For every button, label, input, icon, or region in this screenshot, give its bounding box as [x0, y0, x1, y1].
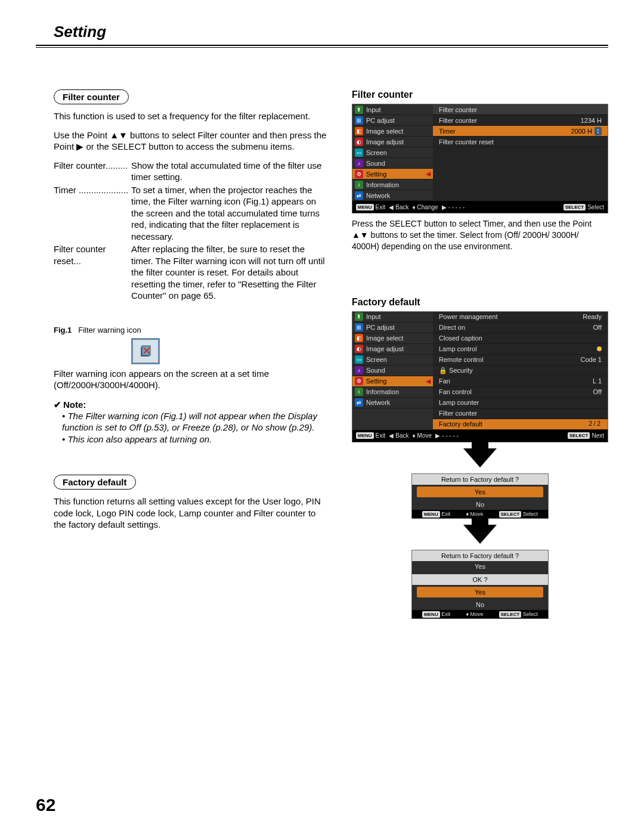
osd-factory-panel: ⬆Input ⊞PC adjust ◧Image select ◐Image a… [352, 311, 608, 442]
side-network[interactable]: ⇄Network [352, 190, 433, 201]
side-image-adjust[interactable]: ◐Image adjust [352, 344, 433, 355]
row-closed-caption[interactable]: Closed caption [433, 333, 608, 344]
arrow-down-icon [463, 448, 497, 467]
osd-footer-2: MENUExit ◀ Back ♦ Move ▶ - - - - - SELEC… [352, 430, 608, 442]
spinner-icon[interactable] [595, 127, 602, 135]
def-label: Filter counter reset... [54, 243, 131, 302]
side-input[interactable]: ⬆Input [352, 104, 433, 115]
side-image-select[interactable]: ◧Image select [352, 333, 433, 344]
note-heading: Note: [54, 400, 328, 410]
osd-side-menu-2: ⬆Input ⊞PC adjust ◧Image select ◐Image a… [352, 312, 433, 430]
dialog-no[interactable]: No [412, 499, 548, 510]
side-pc-adjust[interactable]: ⊞PC adjust [352, 115, 433, 126]
dialog-ok: OK ? [412, 574, 548, 585]
dialog-yes[interactable]: Yes [417, 587, 543, 597]
row-lamp-control[interactable]: Lamp control [433, 344, 608, 355]
pager: 2 / 2 [586, 420, 604, 428]
side-information[interactable]: iInformation [352, 387, 433, 398]
fig1-b: Fig.1 [54, 326, 72, 335]
side-network[interactable]: ⇄Network [352, 398, 433, 408]
def-text: To set a timer, when the projector reach… [131, 184, 328, 243]
osd-footer: MENUExit ◀ Back ♦ Change ▶ - - - - - SEL… [352, 201, 608, 213]
row-filter-counter[interactable]: Filter counter [433, 408, 608, 419]
side-information[interactable]: iInformation [352, 179, 433, 190]
title-rule-thin [36, 47, 608, 48]
def-label: Filter counter......... [54, 160, 131, 183]
side-sound[interactable]: ♪Sound [352, 158, 433, 169]
side-image-adjust[interactable]: ◐Image adjust [352, 137, 433, 147]
lock-icon: 🔒 [439, 367, 447, 374]
osd-filter-panel: ⬆Input ⊞PC adjust ◧Image select ◐Image a… [352, 104, 608, 213]
page-title: Setting [54, 23, 608, 41]
row-timer[interactable]: Timer 2000 H [433, 126, 608, 137]
side-setting[interactable]: ⚙Setting◀ [352, 376, 433, 387]
row-direct-on[interactable]: Direct onOff [433, 323, 608, 333]
osd-right-head: Filter counter [433, 104, 608, 115]
dialog-title: Return to Factory default ? [412, 474, 548, 485]
side-sound[interactable]: ♪Sound [352, 366, 433, 376]
row-factory-default[interactable]: Factory default [433, 419, 608, 430]
row-filter-counter[interactable]: Filter counter1234 H [433, 115, 608, 126]
note-2: This icon also appears at turning on. [62, 433, 328, 445]
row-fan[interactable]: FanL 1 [433, 376, 608, 387]
def-text: After replacing the filter, be sure to r… [131, 243, 328, 302]
row-fan-control[interactable]: Fan controlOff [433, 387, 608, 398]
def-label: Timer .................... [54, 184, 131, 243]
dialog-pre-yes: Yes [412, 561, 548, 572]
dialog-no[interactable]: No [412, 599, 548, 610]
arrow-down-icon [463, 525, 497, 544]
row-lamp-counter[interactable]: Lamp counter [433, 398, 608, 408]
lamp-dot-icon [597, 346, 602, 351]
fig1-text: Filter warning icon [78, 326, 141, 335]
dialog-title: Return to Factory default ? [412, 550, 548, 561]
osd-side-menu: ⬆Input ⊞PC adjust ◧Image select ◐Image a… [352, 104, 433, 201]
def-filter-counter: Filter counter......... Show the total a… [54, 160, 328, 183]
row-power-mgmt[interactable]: Power managementReady [433, 312, 608, 323]
row-filter-reset[interactable]: Filter counter reset [433, 137, 608, 147]
dialog-confirm-1: Return to Factory default ? Yes No MENU … [411, 473, 549, 519]
osd-factory-title: Factory default [352, 297, 608, 308]
dialog-yes[interactable]: Yes [417, 487, 543, 497]
page-number: 62 [36, 795, 55, 815]
dialog-confirm-2: Return to Factory default ? Yes OK ? Yes… [411, 550, 549, 619]
side-input[interactable]: ⬆Input [352, 312, 433, 323]
side-pc-adjust[interactable]: ⊞PC adjust [352, 323, 433, 333]
filter-warning-icon [131, 338, 160, 364]
factory-default-heading: Factory default [54, 475, 136, 490]
side-image-select[interactable]: ◧Image select [352, 126, 433, 137]
factory-body: This function returns all setting values… [54, 496, 328, 531]
osd-filter-title: Filter counter [352, 89, 608, 100]
row-remote-control[interactable]: Remote controlCode 1 [433, 355, 608, 366]
note-1: The Filter warning icon (Fig.1) will not… [62, 410, 328, 433]
def-reset: Filter counter reset... After replacing … [54, 243, 328, 302]
filter-intro: This function is used to set a frequency… [54, 110, 328, 122]
def-text: Show the total accumulated time of the f… [131, 160, 328, 183]
side-screen[interactable]: ▭Screen [352, 355, 433, 366]
filter-usage: Use the Point ▲▼ buttons to select Filte… [54, 129, 328, 153]
def-timer: Timer .................... To set a time… [54, 184, 328, 243]
osd-filter-caption: Press the SELECT button to select Timer,… [352, 218, 608, 252]
row-security[interactable]: 🔒 Security [433, 366, 608, 376]
fig1-label: Fig.1 Filter warning icon [54, 326, 328, 335]
title-rule-thick [36, 45, 608, 46]
filter-counter-heading: Filter counter [54, 89, 129, 104]
fig1-caption: Filter warning icon appears on the scree… [54, 368, 328, 391]
side-setting[interactable]: ⚙Setting◀ [352, 169, 433, 179]
side-screen[interactable]: ▭Screen [352, 147, 433, 158]
